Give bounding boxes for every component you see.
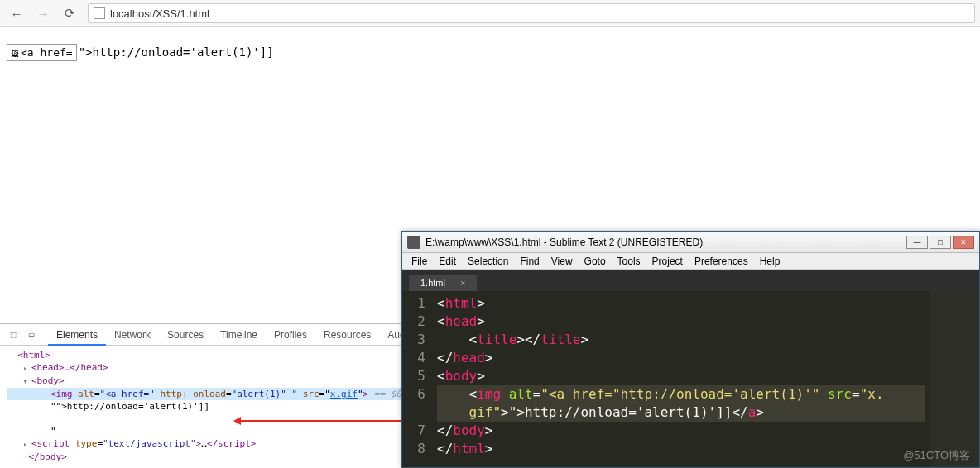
- tab-close-icon[interactable]: ×: [460, 278, 465, 288]
- browser-toolbar: ← → ⟳ localhost/XSS/1.html: [0, 0, 980, 27]
- tab-elements[interactable]: Elements: [48, 324, 106, 346]
- broken-image-icon: <a href=: [7, 44, 77, 61]
- sublime-tabbar: 1.html ×: [402, 270, 979, 291]
- code-content[interactable]: <html> <head> <title></title> </head> <b…: [432, 291, 930, 467]
- menu-file[interactable]: File: [406, 255, 433, 267]
- menu-preferences[interactable]: Preferences: [689, 255, 754, 267]
- sublime-window: E:\wamp\www\XSS\1.html - Sublime Text 2 …: [401, 231, 980, 468]
- close-button[interactable]: ✕: [953, 236, 974, 249]
- url-bar[interactable]: localhost/XSS/1.html: [88, 3, 975, 23]
- sublime-titlebar[interactable]: E:\wamp\www\XSS\1.html - Sublime Text 2 …: [402, 232, 979, 253]
- tab-timeline[interactable]: Timeline: [212, 324, 266, 346]
- menu-project[interactable]: Project: [646, 255, 689, 267]
- page-text: ">http://onload='alert(1)']]: [79, 45, 274, 59]
- sublime-app-icon: [407, 236, 420, 249]
- sublime-menubar: File Edit Selection Find View Goto Tools…: [402, 253, 979, 270]
- menu-edit[interactable]: Edit: [433, 255, 462, 267]
- url-text: localhost/XSS/1.html: [110, 7, 209, 20]
- maximize-button[interactable]: □: [930, 236, 951, 249]
- tab-sources[interactable]: Sources: [159, 324, 212, 346]
- menu-tools[interactable]: Tools: [612, 255, 646, 267]
- menu-view[interactable]: View: [545, 255, 579, 267]
- forward-button[interactable]: →: [31, 3, 55, 23]
- menu-find[interactable]: Find: [514, 255, 545, 267]
- back-button[interactable]: ←: [5, 3, 28, 23]
- menu-selection[interactable]: Selection: [462, 255, 514, 267]
- sublime-title: E:\wamp\www\XSS\1.html - Sublime Text 2 …: [425, 236, 703, 248]
- page-content: <a href=">http://onload='alert(1)']]: [0, 27, 980, 78]
- tab-label: 1.html: [420, 278, 445, 288]
- page-icon: [94, 7, 105, 19]
- watermark: @51CTO博客: [903, 448, 970, 463]
- annotation-arrow: [236, 420, 401, 422]
- editor-tab[interactable]: 1.html ×: [409, 275, 477, 291]
- minimap[interactable]: [930, 291, 979, 467]
- minimize-button[interactable]: —: [906, 236, 928, 249]
- line-gutter: 12345678: [402, 291, 432, 467]
- menu-goto[interactable]: Goto: [579, 255, 612, 267]
- menu-help[interactable]: Help: [754, 255, 786, 267]
- tab-network[interactable]: Network: [106, 324, 159, 346]
- device-icon[interactable]: ▭: [23, 327, 40, 343]
- inspect-icon[interactable]: ⬚: [5, 327, 22, 343]
- tab-profiles[interactable]: Profiles: [266, 324, 315, 346]
- editor-area[interactable]: 12345678 <html> <head> <title></title> <…: [402, 291, 979, 467]
- devtools-tabs: Elements Network Sources Timeline Profil…: [48, 324, 424, 346]
- tab-resources[interactable]: Resources: [315, 324, 379, 346]
- reload-button[interactable]: ⟳: [58, 3, 81, 23]
